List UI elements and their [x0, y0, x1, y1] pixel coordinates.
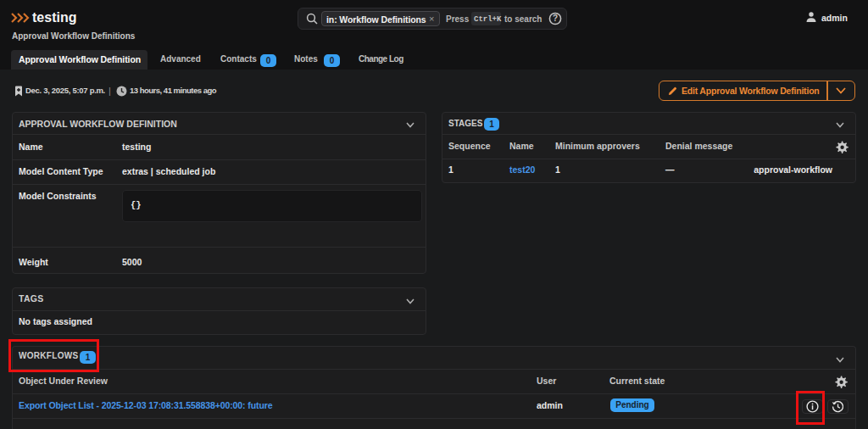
svg-text:?: ?: [553, 14, 558, 23]
